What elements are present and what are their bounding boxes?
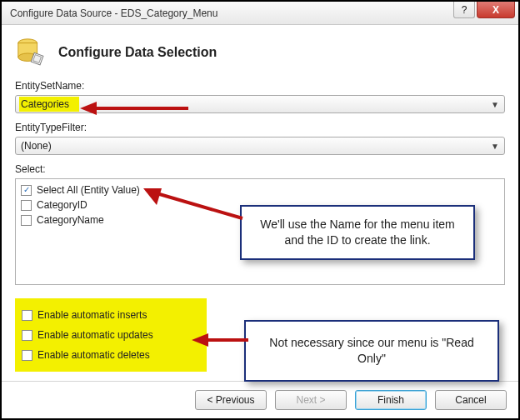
checkbox-icon[interactable] [22,350,32,361]
entitytype-value: (None) [21,140,52,152]
entitytype-dropdown[interactable]: (None) ▼ [15,137,505,155]
close-icon: X [492,4,499,16]
finish-label: Finish [378,394,404,406]
window-title: Configure Data Source - EDS_Category_Men… [10,8,218,19]
checkbox-icon[interactable] [22,330,32,341]
auto-options-group: Enable automatic inserts Enable automati… [15,298,207,372]
entityset-label: EntitySetName: [15,80,505,92]
chevron-down-icon: ▼ [491,142,499,151]
enable-inserts-row[interactable]: Enable automatic inserts [22,305,188,325]
select-label: Select: [15,163,505,175]
enable-updates-row[interactable]: Enable automatic updates [22,325,188,345]
close-button[interactable]: X [477,2,515,18]
dialog-footer: < Previous Next > Finish Cancel [2,381,518,418]
database-config-icon [15,37,47,68]
chevron-down-icon: ▼ [491,100,499,109]
entityset-dropdown[interactable]: Categories ▼ [15,95,505,113]
checkbox-icon[interactable] [21,185,32,196]
enable-inserts-label: Enable automatic inserts [38,309,147,321]
enable-deletes-row[interactable]: Enable automatic deletes [22,345,188,365]
checkbox-icon[interactable] [21,215,32,226]
page-title: Configure Data Selection [58,45,217,60]
help-button[interactable]: ? [453,2,475,18]
list-item-label: CategoryName [37,214,104,226]
previous-label: < Previous [207,394,254,406]
enable-deletes-label: Enable automatic deletes [38,349,150,361]
checkbox-icon[interactable] [21,200,32,211]
next-label: Next > [296,394,325,406]
list-item-label: CategoryID [37,199,88,211]
previous-button[interactable]: < Previous [195,390,267,410]
next-button: Next > [275,390,347,410]
cancel-button[interactable]: Cancel [435,390,507,410]
entitytype-label: EntityTypeFilter: [15,122,505,133]
entityset-value: Categories [19,97,79,112]
finish-button[interactable]: Finish [355,390,427,410]
dialog-header: Configure Data Selection [2,25,518,75]
cancel-label: Cancel [455,394,486,406]
annotation-callout: Not necessary since our menu is "Read On… [244,320,499,382]
annotation-callout: We'll use the Name for the menu item and… [240,205,475,260]
list-item-label: Select All (Entity Value) [37,184,140,196]
enable-updates-label: Enable automatic updates [38,329,153,341]
list-item[interactable]: Select All (Entity Value) [21,182,499,198]
checkbox-icon[interactable] [22,310,32,321]
titlebar: Configure Data Source - EDS_Category_Men… [2,2,518,25]
help-icon: ? [462,4,468,16]
